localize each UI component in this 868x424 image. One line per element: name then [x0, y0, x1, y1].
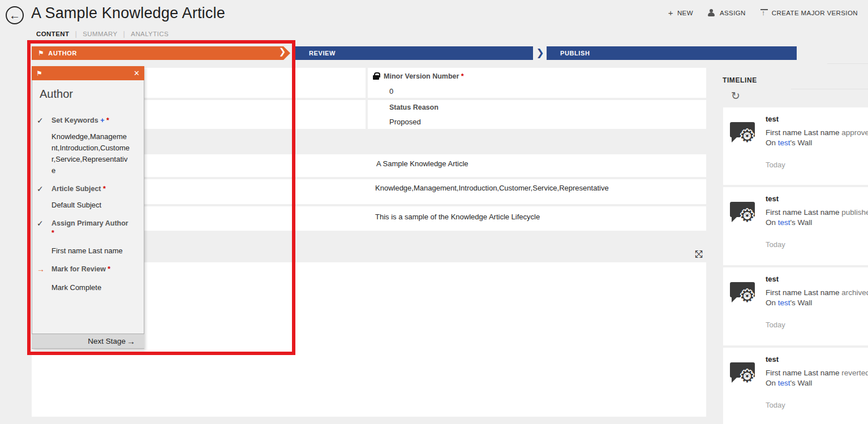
article-title-value: A Sample Knowledge Article — [376, 159, 469, 168]
page-title: A Sample Knowledge Article — [31, 5, 225, 22]
form-tabs: CONTENT | SUMMARY | ANALYTICS — [36, 29, 169, 38]
timeline-post[interactable]: ⚙ test First name Last name archived On … — [723, 267, 868, 345]
process-stage-publish[interactable]: PUBLISH — [547, 46, 797, 60]
wall-link[interactable]: test — [778, 139, 790, 147]
step-value[interactable]: Knowledge,Management,Introduction,Custom… — [51, 131, 131, 176]
create-major-version-button[interactable]: CREATE MAJOR VERSION — [760, 9, 858, 17]
expand-content-icon[interactable]: ⤢ ⤡ — [695, 249, 706, 260]
status-reason-value: Proposed — [389, 118, 706, 126]
minor-version-value: 0 — [389, 87, 706, 96]
gear-icon: ⚙ — [740, 128, 755, 145]
timeline-post[interactable]: ⚙ test First name Last name reverted On … — [723, 348, 868, 424]
lock-icon — [373, 72, 379, 80]
check-icon: ✓ — [37, 116, 46, 126]
back-button[interactable]: ← — [6, 6, 24, 24]
status-reason-field[interactable]: Status Reason Proposed — [368, 100, 706, 129]
stage-flyout-title: Author — [40, 88, 73, 101]
stage-steps: ✓ Set Keywords + * Knowledge,Management,… — [32, 116, 144, 301]
timeline-separator — [827, 63, 868, 64]
check-icon: ✓ — [37, 184, 46, 194]
wall-link[interactable]: test — [778, 298, 790, 307]
assign-person-icon — [708, 9, 716, 16]
step-article-subject[interactable]: ✓ Article Subject * Default Subject — [32, 184, 144, 211]
timeline-post[interactable]: ⚙ test First name Last name published On… — [723, 187, 868, 265]
timeline-separator — [791, 89, 868, 89]
process-stage-author[interactable]: ⚑ AUTHOR ❯ — [32, 46, 290, 60]
tab-summary[interactable]: SUMMARY — [83, 31, 117, 37]
step-value[interactable]: First name Last name — [51, 245, 131, 257]
step-set-keywords[interactable]: ✓ Set Keywords + * Knowledge,Management,… — [32, 116, 144, 176]
stage-chevron-icon: ❯ — [534, 46, 547, 60]
post-date: Today — [766, 161, 868, 169]
gear-icon: ⚙ — [740, 207, 755, 224]
system-post-icon: ⚙ — [730, 122, 759, 152]
tab-separator: | — [123, 29, 126, 38]
process-stage-review[interactable]: REVIEW — [295, 46, 533, 60]
post-title[interactable]: test — [766, 194, 868, 203]
flag-icon: ⚑ — [36, 70, 42, 77]
system-post-icon: ⚙ — [730, 202, 759, 231]
post-title[interactable]: test — [766, 355, 868, 364]
check-icon: ✓ — [37, 219, 46, 238]
gear-icon: ⚙ — [740, 368, 755, 385]
expand-arrow-nw-se: ⤡ — [695, 249, 703, 260]
step-value[interactable]: Default Subject — [51, 200, 131, 211]
step-assign-primary-author[interactable]: ✓ Assign Primary Author * First name Las… — [32, 219, 144, 257]
next-stage-button[interactable]: Next Stage → — [32, 334, 144, 348]
command-bar: + NEW ASSIGN CREATE MAJOR VERSION — [668, 8, 858, 18]
tab-analytics[interactable]: ANALYTICS — [131, 31, 169, 37]
post-title[interactable]: test — [766, 115, 868, 123]
post-date: Today — [766, 240, 868, 249]
timeline-title: TIMELINE — [723, 76, 757, 84]
step-mark-for-review[interactable]: → Mark for Review * Mark Complete — [32, 265, 144, 293]
wall-link[interactable]: test — [778, 379, 790, 387]
step-value[interactable]: Mark Complete — [51, 282, 131, 293]
timeline-post[interactable]: ⚙ test First name Last name approved On … — [723, 107, 868, 185]
assign-button[interactable]: ASSIGN — [708, 9, 746, 16]
stage-flyout: ⚑ ✕ Author ✓ Set Keywords + * Knowledge,… — [32, 66, 144, 349]
post-title[interactable]: test — [766, 275, 868, 283]
tab-content[interactable]: CONTENT — [36, 31, 69, 37]
plus-icon: + — [668, 8, 673, 18]
system-post-icon: ⚙ — [730, 362, 759, 392]
stage-flag-icon: ⚑ — [38, 49, 44, 57]
close-icon[interactable]: ✕ — [134, 69, 140, 77]
gear-icon: ⚙ — [740, 288, 755, 305]
stage-arrow-gap: ❯ — [279, 46, 286, 57]
system-post-icon: ⚙ — [730, 282, 759, 311]
refresh-icon[interactable]: ↻ — [731, 89, 740, 102]
minor-version-field[interactable]: Minor Version Number * 0 — [368, 68, 706, 98]
stage-flyout-header: ⚑ ✕ — [32, 66, 144, 80]
description-value: This is a sample of the Knowledge Articl… — [375, 213, 540, 221]
keywords-value: Knowledge,Management,Introduction,Custom… — [375, 184, 609, 192]
current-step-arrow-icon: → — [37, 265, 46, 274]
create-major-version-icon — [760, 9, 768, 17]
tab-separator: | — [75, 29, 77, 38]
next-stage-arrow-icon: → — [127, 336, 135, 346]
post-date: Today — [766, 401, 868, 409]
new-button[interactable]: + NEW — [668, 8, 693, 18]
wall-link[interactable]: test — [778, 218, 790, 227]
post-date: Today — [766, 321, 868, 329]
